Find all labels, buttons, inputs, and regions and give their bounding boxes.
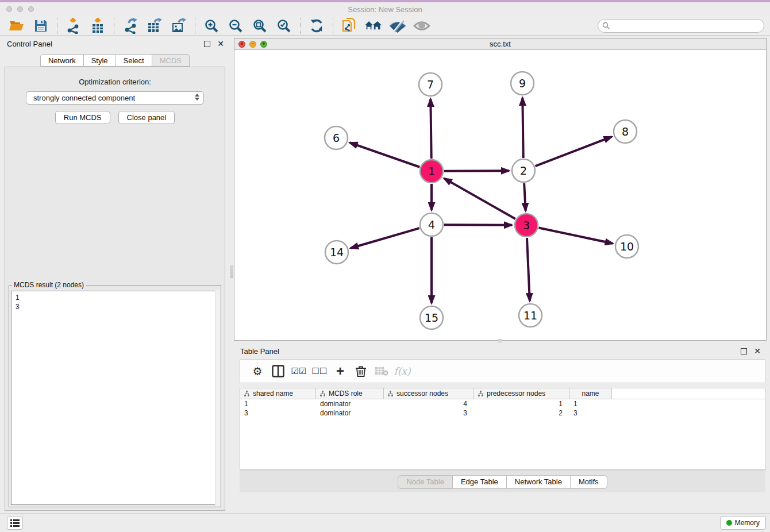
network-canvas[interactable]: 7968124314101511 xyxy=(234,51,766,340)
column-header[interactable]: shared name xyxy=(240,388,316,399)
graph-edge-1-2[interactable] xyxy=(444,171,509,171)
right-area: × − + scc.txt 7968124314101511 xyxy=(234,36,767,513)
import-network-icon[interactable] xyxy=(65,17,82,34)
graph-edge-1-7[interactable] xyxy=(430,99,431,159)
mcds-result-text[interactable]: 1 3 xyxy=(11,291,219,505)
task-history-button[interactable] xyxy=(7,516,23,530)
graph-edge-1-6[interactable] xyxy=(350,142,420,167)
float-panel-icon[interactable] xyxy=(204,41,210,47)
clone-network-icon[interactable] xyxy=(341,17,358,34)
table-row[interactable]: 1dominator411 xyxy=(240,399,765,408)
network-window-titlebar[interactable]: × − + scc.txt xyxy=(234,38,766,50)
svg-text:3: 3 xyxy=(523,219,530,232)
graphics-details-icon[interactable] xyxy=(389,17,406,34)
optimization-criterion-label: Optimization criterion: xyxy=(5,78,225,86)
column-header[interactable]: predecessor nodes xyxy=(474,388,569,399)
tab-network-table[interactable]: Network Table xyxy=(507,475,571,489)
optimization-criterion-dropdown[interactable]: strongly connected component xyxy=(26,91,204,105)
splitter-grip[interactable] xyxy=(230,265,233,278)
toolbar-separator xyxy=(195,18,195,34)
tab-node-table[interactable]: Node Table xyxy=(398,475,453,489)
select-all-checkboxes-icon[interactable]: ☑☑ xyxy=(288,363,309,380)
graph-node-14[interactable]: 14 xyxy=(325,241,348,264)
app-window: Session: New Session xyxy=(0,0,770,532)
float-table-panel-icon[interactable] xyxy=(741,348,747,354)
graph-edge-4-14[interactable] xyxy=(351,228,419,248)
tab-mcds[interactable]: MCDS xyxy=(152,54,190,67)
svg-text:11: 11 xyxy=(523,309,537,322)
search-icon xyxy=(602,22,610,30)
graph-edge-2-9[interactable] xyxy=(522,98,523,158)
tab-network[interactable]: Network xyxy=(40,54,84,67)
search-field-wrap xyxy=(598,19,764,33)
save-session-icon[interactable] xyxy=(32,17,49,34)
graph-node-6[interactable]: 6 xyxy=(325,126,348,149)
graph-node-10[interactable]: 10 xyxy=(615,235,638,258)
tab-style[interactable]: Style xyxy=(84,54,116,67)
graph-edge-4-3[interactable] xyxy=(444,225,512,225)
memory-status-icon xyxy=(726,520,732,526)
export-table-icon[interactable] xyxy=(146,17,163,34)
svg-text:6: 6 xyxy=(333,132,340,144)
import-table-icon[interactable] xyxy=(89,17,106,34)
column-type-icon xyxy=(478,391,483,396)
delete-column-icon[interactable] xyxy=(351,363,371,380)
zoom-selected-icon[interactable] xyxy=(275,17,292,34)
graph-node-9[interactable]: 9 xyxy=(511,72,534,95)
graph-edge-2-8[interactable] xyxy=(536,137,612,166)
refresh-icon[interactable] xyxy=(308,17,325,34)
graph-node-15[interactable]: 15 xyxy=(420,306,443,329)
column-header[interactable]: MCDS role xyxy=(316,388,384,399)
graph-node-11[interactable]: 11 xyxy=(519,304,542,327)
horizontal-splitter-grip[interactable] xyxy=(498,339,502,342)
graph-node-1[interactable]: 1 xyxy=(420,160,443,183)
network-graph[interactable]: 7968124314101511 xyxy=(234,51,766,341)
zoom-in-icon[interactable] xyxy=(203,17,220,34)
graph-node-2[interactable]: 2 xyxy=(512,159,535,182)
dropdown-value: strongly connected component xyxy=(33,94,135,102)
node-table[interactable]: shared nameMCDS rolesuccessor nodesprede… xyxy=(240,388,765,470)
result-scrollbar[interactable] xyxy=(215,290,220,506)
settings-icon[interactable]: ⚙ xyxy=(247,363,268,380)
split-panel-icon[interactable] xyxy=(268,363,288,380)
graph-node-8[interactable]: 8 xyxy=(614,120,637,143)
mcds-result-fieldset: MCDS result (2 nodes) 1 3 xyxy=(9,281,221,507)
deselect-all-checkboxes-icon[interactable]: ☐☐ xyxy=(309,363,330,380)
table-toolbar: ⚙ ☑☑ ☐☐ + f(x) xyxy=(240,359,765,383)
home-icon[interactable] xyxy=(365,17,382,34)
open-session-icon[interactable] xyxy=(8,17,25,34)
vertical-splitter[interactable] xyxy=(230,36,234,513)
close-table-panel-icon[interactable]: ✕ xyxy=(754,347,761,355)
search-input[interactable] xyxy=(598,19,764,33)
graph-node-7[interactable]: 7 xyxy=(419,73,442,96)
close-panel-icon[interactable]: ✕ xyxy=(217,40,224,48)
mcds-buttons-row: Run MCDS Close panel xyxy=(5,111,225,124)
add-column-icon[interactable]: + xyxy=(330,363,351,380)
export-network-icon[interactable] xyxy=(122,17,139,34)
control-panel: Control Panel ✕ Network Style Select MCD… xyxy=(0,36,230,513)
memory-button[interactable]: Memory xyxy=(720,516,766,530)
table-row[interactable]: 3dominator323 xyxy=(240,408,765,418)
svg-text:15: 15 xyxy=(425,311,438,324)
toolbar-separator xyxy=(57,18,57,34)
zoom-fit-icon[interactable] xyxy=(251,17,268,34)
column-type-icon xyxy=(244,391,249,396)
graph-node-4[interactable]: 4 xyxy=(420,213,443,236)
run-mcds-button[interactable]: Run MCDS xyxy=(55,111,110,124)
column-type-icon xyxy=(388,391,393,396)
graph-edge-2-3[interactable] xyxy=(524,183,526,211)
graph-node-3[interactable]: 3 xyxy=(515,214,538,237)
tab-edge-table[interactable]: Edge Table xyxy=(453,475,507,489)
close-panel-button[interactable]: Close panel xyxy=(118,111,175,124)
tab-select[interactable]: Select xyxy=(116,54,152,67)
column-header[interactable]: name xyxy=(569,388,612,399)
graph-edge-3-11[interactable] xyxy=(527,238,530,301)
dropdown-stepper-icon xyxy=(195,94,199,101)
column-header[interactable]: successor nodes xyxy=(384,388,474,399)
graph-edge-3-1[interactable] xyxy=(444,178,515,219)
tab-motifs[interactable]: Motifs xyxy=(571,475,607,489)
birds-eye-view-icon[interactable] xyxy=(413,17,430,34)
graph-edge-3-10[interactable] xyxy=(539,228,613,244)
zoom-out-icon[interactable] xyxy=(227,17,244,34)
export-image-icon[interactable] xyxy=(170,17,187,34)
